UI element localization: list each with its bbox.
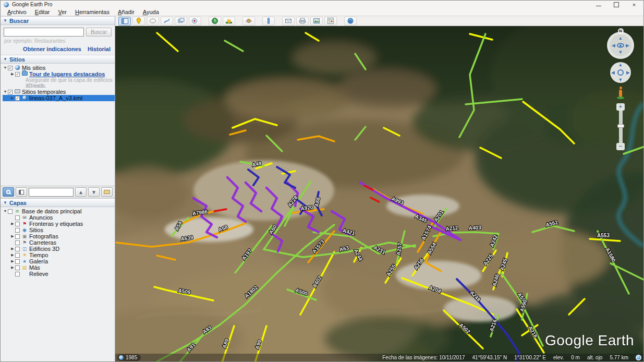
add-image-overlay-button[interactable] xyxy=(175,17,187,26)
expand-arrow-icon[interactable]: ▼ xyxy=(3,208,8,214)
ruler-button[interactable] xyxy=(262,17,275,26)
zoom-in-button[interactable]: + xyxy=(616,103,625,111)
layer-checkbox[interactable] xyxy=(15,259,20,264)
move-left-icon[interactable]: ◀ xyxy=(611,70,615,75)
move-center-icon[interactable] xyxy=(617,69,624,76)
expand-arrow-icon[interactable]: ▼ xyxy=(3,89,8,95)
look-right-icon[interactable]: ▶ xyxy=(626,43,629,48)
layers-tree-row[interactable]: ▼≋Base de datos principal xyxy=(3,208,115,214)
move-joystick[interactable]: ▲ ▼ ◀ ▶ xyxy=(610,62,631,83)
sunlight-button[interactable] xyxy=(223,17,235,26)
layers-tree-row[interactable]: ▶⚑Fronteras y etiquetas xyxy=(3,221,115,227)
globe-button[interactable] xyxy=(344,17,357,26)
layer-checkbox[interactable] xyxy=(15,240,20,245)
move-right-icon[interactable]: ▶ xyxy=(626,70,630,75)
expand-arrow-icon[interactable]: ▶ xyxy=(10,233,15,239)
add-path-button[interactable] xyxy=(161,17,173,26)
expand-arrow-icon[interactable]: ▶ xyxy=(10,71,15,77)
search-panel-header[interactable]: ▼ Buscar xyxy=(1,16,115,25)
layers-tree-row[interactable]: ▶▣Fotografías xyxy=(3,233,115,239)
add-placemark-button[interactable] xyxy=(132,17,145,26)
menu-item-añadir[interactable]: Añadir xyxy=(114,8,138,16)
layer-checkbox[interactable] xyxy=(15,253,20,258)
next-result-button[interactable]: ▼ xyxy=(88,187,100,197)
history-link[interactable]: Historial xyxy=(88,46,111,52)
move-down-icon[interactable]: ▼ xyxy=(618,78,623,82)
layer-checkbox[interactable] xyxy=(15,234,20,239)
get-directions-link[interactable]: Obtener indicaciones xyxy=(23,46,81,52)
menu-item-herramientas[interactable]: Herramientas xyxy=(71,8,113,16)
expand-arrow-icon[interactable]: ▶ xyxy=(10,246,15,252)
move-up-icon[interactable]: ▲ xyxy=(618,63,623,67)
zoom-slider[interactable]: + − xyxy=(616,103,625,150)
zoom-track[interactable] xyxy=(619,111,623,143)
layer-checkbox[interactable] xyxy=(15,266,20,270)
compass-north-indicator[interactable]: N xyxy=(618,28,624,34)
panel-view-button[interactable] xyxy=(16,187,27,197)
look-left-icon[interactable]: ◀ xyxy=(612,43,615,48)
minimize-button[interactable] xyxy=(596,2,602,7)
maximize-button[interactable] xyxy=(613,2,619,7)
menu-item-ver[interactable]: Ver xyxy=(54,8,70,16)
record-tour-button[interactable] xyxy=(189,17,201,26)
historical-imagery-button[interactable] xyxy=(209,17,221,26)
layer-checkbox[interactable] xyxy=(15,228,20,233)
save-image-button[interactable] xyxy=(310,17,323,26)
expand-arrow-icon[interactable]: ▼ xyxy=(3,65,8,71)
places-tree-row[interactable]: ▼✓Mis sitios xyxy=(3,65,115,71)
expand-arrow-icon[interactable]: ▶ xyxy=(10,264,15,271)
look-joystick[interactable]: ▲ ▼ ◀ ▶ xyxy=(607,32,634,59)
layers-tree-row[interactable]: ▶◫Edificios 3D xyxy=(3,246,115,252)
places-tree-row[interactable]: ▼✓Sitios temporales xyxy=(3,89,115,95)
look-down-icon[interactable]: ▼ xyxy=(618,50,623,55)
places-item-label[interactable]: Tour de lugares destacados xyxy=(29,71,105,77)
map-viewport[interactable]: A7986A54A68A639A60A63A197A1574A1573A993A… xyxy=(115,26,643,361)
search-button[interactable]: Buscar xyxy=(86,28,112,37)
view-in-maps-button[interactable] xyxy=(324,17,337,26)
historical-imagery-badge[interactable]: 1985 xyxy=(117,354,141,361)
layers-tree-row[interactable]: ▶☀Tiempo xyxy=(3,252,115,258)
search-places-button[interactable] xyxy=(3,187,14,197)
layers-tree-row[interactable]: ◉Sitios xyxy=(3,227,115,233)
look-eye-icon[interactable] xyxy=(617,43,624,48)
layer-checkbox[interactable] xyxy=(15,215,20,220)
item-checkbox[interactable]: ✓ xyxy=(8,66,13,70)
layer-checkbox[interactable] xyxy=(15,272,20,276)
street-view-pegman[interactable] xyxy=(616,87,625,99)
item-checkbox[interactable]: ✓ xyxy=(8,90,13,94)
menu-item-archivo[interactable]: Archivo xyxy=(4,8,30,16)
layer-checkbox[interactable] xyxy=(15,247,20,251)
search-input[interactable] xyxy=(4,28,84,37)
places-tree-row[interactable]: ▶✓lineas-037_A_v3.kml xyxy=(3,95,115,101)
places-filter-input[interactable] xyxy=(29,188,74,197)
folder-actions-button[interactable] xyxy=(101,187,113,197)
layers-tree-row[interactable]: ⚑Carreteras xyxy=(3,239,115,246)
layers-tree-row[interactable]: Relieve xyxy=(3,271,115,277)
look-up-icon[interactable]: ▲ xyxy=(618,36,623,41)
layer-checkbox[interactable] xyxy=(15,222,20,226)
places-tree-row[interactable]: ▶✓Tour de lugares destacados xyxy=(3,71,115,77)
layer-checkbox[interactable] xyxy=(8,209,13,214)
expand-arrow-icon[interactable]: ▶ xyxy=(10,221,15,227)
expand-arrow-icon[interactable]: ▶ xyxy=(10,252,15,258)
email-button[interactable] xyxy=(282,17,295,26)
menu-item-ayuda[interactable]: Ayuda xyxy=(139,8,163,16)
toggle-sidebar-button[interactable] xyxy=(118,17,131,26)
planets-button[interactable] xyxy=(242,17,255,26)
item-checkbox[interactable]: ✓ xyxy=(15,96,20,101)
layers-tree-row[interactable]: ▶★Galería xyxy=(3,258,115,264)
places-panel-header[interactable]: ▼ Sitios xyxy=(1,55,115,64)
expand-arrow-icon[interactable]: ▶ xyxy=(10,258,15,264)
prev-result-button[interactable]: ▲ xyxy=(75,187,87,197)
print-button[interactable] xyxy=(296,17,309,26)
item-checkbox[interactable]: ✓ xyxy=(15,72,20,77)
layers-tree-row[interactable]: ✉Anuncios xyxy=(3,214,115,221)
zoom-out-button[interactable]: − xyxy=(616,143,625,150)
close-button[interactable]: × xyxy=(631,2,637,7)
menu-item-editar[interactable]: Editar xyxy=(31,8,54,16)
zoom-thumb[interactable] xyxy=(617,124,624,128)
layers-tree-row[interactable]: ▶▤Más xyxy=(3,264,115,271)
expand-arrow-icon[interactable]: ▶ xyxy=(10,95,15,101)
add-polygon-button[interactable] xyxy=(147,17,159,26)
layers-panel-header[interactable]: ▼ Capas xyxy=(1,198,115,207)
